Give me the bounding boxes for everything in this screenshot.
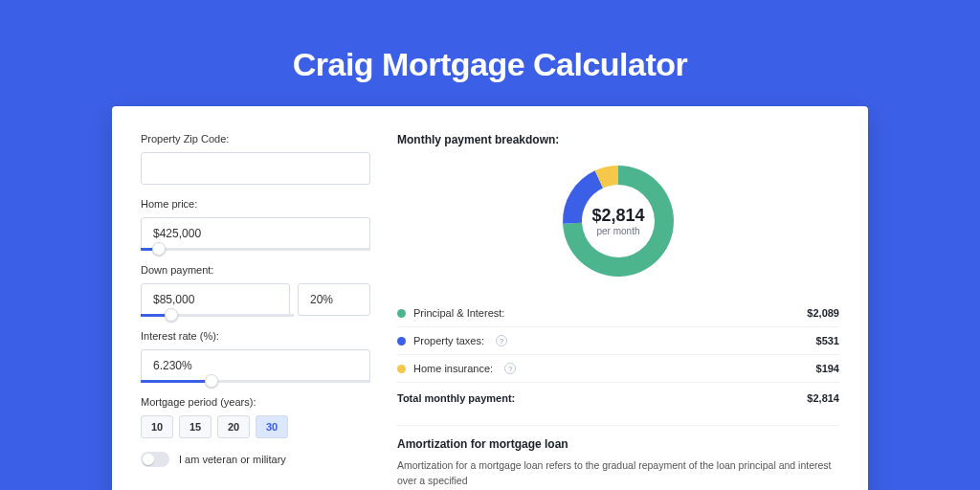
total-row: Total monthly payment: $2,814 xyxy=(397,382,839,419)
period-block: Mortgage period (years): 10152030 xyxy=(141,396,370,438)
total-label: Total monthly payment: xyxy=(397,392,515,404)
zip-label: Property Zip Code: xyxy=(141,133,370,145)
info-icon[interactable]: ? xyxy=(496,335,507,346)
breakdown-column: Monthly payment breakdown: $2,814 per mo… xyxy=(397,133,839,489)
legend-left: Property taxes:? xyxy=(397,335,507,346)
home-price-slider-thumb[interactable] xyxy=(152,242,166,256)
legend-row: Property taxes:?$531 xyxy=(397,326,839,354)
rate-label: Interest rate (%): xyxy=(141,330,370,342)
donut-center: $2,814 per month xyxy=(591,206,644,236)
period-options: 10152030 xyxy=(141,415,370,438)
zip-input[interactable] xyxy=(141,152,370,185)
donut-amount: $2,814 xyxy=(591,206,644,226)
period-option-30[interactable]: 30 xyxy=(256,415,288,438)
form-column: Property Zip Code: Home price: Down paym… xyxy=(141,133,370,489)
down-payment-slider-thumb[interactable] xyxy=(165,308,178,322)
page-title: Craig Mortgage Calculator xyxy=(0,0,980,106)
legend-value: $531 xyxy=(816,335,839,346)
legend-value: $194 xyxy=(816,363,839,374)
zip-field-block: Property Zip Code: xyxy=(141,133,370,185)
veteran-row: I am veteran or military xyxy=(141,452,370,467)
page-root: Craig Mortgage Calculator Property Zip C… xyxy=(0,0,980,490)
total-value: $2,814 xyxy=(807,392,839,404)
legend-row: Home insurance:?$194 xyxy=(397,354,839,382)
legend-dot xyxy=(397,309,406,318)
legend-left: Home insurance:? xyxy=(397,363,516,374)
home-price-block: Home price: xyxy=(141,198,370,251)
info-icon[interactable]: ? xyxy=(504,363,516,374)
veteran-toggle-knob xyxy=(143,454,154,465)
legend-value: $2,089 xyxy=(807,307,839,319)
legend-label: Property taxes: xyxy=(413,335,484,346)
rate-block: Interest rate (%): xyxy=(141,330,370,383)
down-payment-label: Down payment: xyxy=(141,264,370,276)
amortization-title: Amortization for mortgage loan xyxy=(397,437,839,451)
home-price-input[interactable] xyxy=(141,217,370,250)
home-price-slider[interactable] xyxy=(141,248,370,251)
rate-slider[interactable] xyxy=(141,380,370,383)
down-payment-block: Down payment: xyxy=(141,264,370,317)
rate-slider-thumb[interactable] xyxy=(205,374,218,388)
donut-chart: $2,814 per month xyxy=(397,160,839,282)
legend-dot xyxy=(397,365,406,373)
period-option-20[interactable]: 20 xyxy=(217,415,250,438)
legend: Principal & Interest:$2,089Property taxe… xyxy=(397,300,839,382)
rate-input[interactable] xyxy=(141,349,370,382)
legend-left: Principal & Interest: xyxy=(397,307,504,319)
legend-dot xyxy=(397,337,406,345)
down-payment-pct-input[interactable] xyxy=(298,283,370,316)
breakdown-title: Monthly payment breakdown: xyxy=(397,133,839,146)
veteran-toggle[interactable] xyxy=(141,452,169,467)
legend-row: Principal & Interest:$2,089 xyxy=(397,300,839,326)
home-price-label: Home price: xyxy=(141,198,370,210)
rate-slider-fill xyxy=(141,380,212,383)
legend-label: Home insurance: xyxy=(413,363,493,374)
calculator-card: Property Zip Code: Home price: Down paym… xyxy=(112,106,868,490)
period-option-10[interactable]: 10 xyxy=(141,415,173,438)
down-payment-input[interactable] xyxy=(141,283,290,316)
down-payment-slider[interactable] xyxy=(141,314,294,317)
donut-sub: per month xyxy=(591,226,644,236)
period-option-15[interactable]: 15 xyxy=(179,415,212,438)
amortization-desc: Amortization for a mortgage loan refers … xyxy=(397,458,839,489)
period-label: Mortgage period (years): xyxy=(141,396,370,408)
veteran-label: I am veteran or military xyxy=(179,454,286,465)
divider xyxy=(397,425,839,426)
legend-label: Principal & Interest: xyxy=(413,307,504,319)
